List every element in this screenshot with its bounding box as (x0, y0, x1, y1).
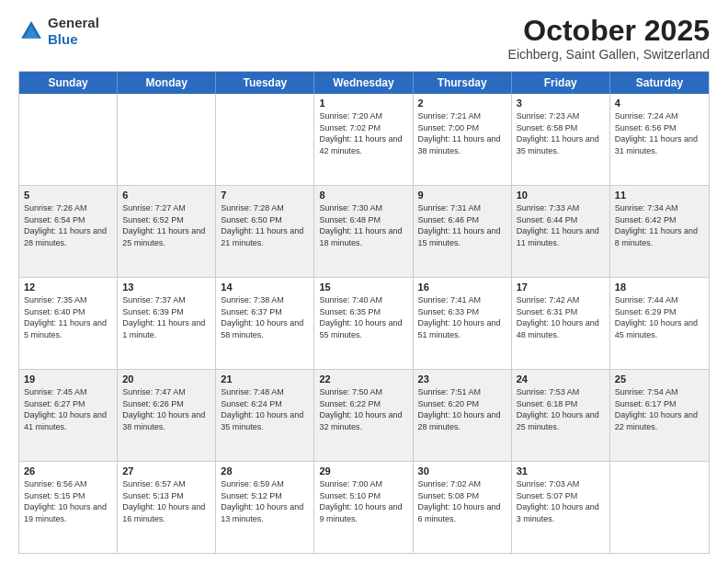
week-row-1: 1Sunrise: 7:20 AM Sunset: 7:02 PM Daylig… (19, 94, 709, 185)
day-cell-6: 6Sunrise: 7:27 AM Sunset: 6:52 PM Daylig… (118, 186, 216, 277)
location-title: Eichberg, Saint Gallen, Switzerland (508, 47, 710, 62)
day-cell-16: 16Sunrise: 7:41 AM Sunset: 6:33 PM Dayli… (414, 278, 512, 369)
title-block: October 2025 Eichberg, Saint Gallen, Swi… (508, 15, 710, 62)
day-cell-empty-0-2 (216, 94, 314, 185)
day-number: 27 (122, 465, 210, 477)
day-cell-26: 26Sunrise: 6:56 AM Sunset: 5:15 PM Dayli… (19, 462, 118, 553)
day-info: Sunrise: 7:28 AM Sunset: 6:50 PM Dayligh… (221, 202, 309, 248)
day-number: 2 (418, 98, 506, 109)
page: General Blue October 2025 Eichberg, Sain… (0, 0, 728, 563)
day-cell-31: 31Sunrise: 7:03 AM Sunset: 5:07 PM Dayli… (512, 462, 610, 553)
logo: General Blue (18, 15, 99, 48)
day-info: Sunrise: 7:40 AM Sunset: 6:35 PM Dayligh… (319, 294, 407, 340)
day-number: 29 (319, 465, 407, 477)
day-cell-9: 9Sunrise: 7:31 AM Sunset: 6:46 PM Daylig… (414, 186, 512, 277)
day-info: Sunrise: 7:30 AM Sunset: 6:48 PM Dayligh… (319, 202, 407, 248)
day-number: 28 (221, 465, 309, 477)
day-info: Sunrise: 7:38 AM Sunset: 6:37 PM Dayligh… (221, 294, 309, 340)
day-info: Sunrise: 7:23 AM Sunset: 6:58 PM Dayligh… (517, 110, 605, 156)
day-info: Sunrise: 7:54 AM Sunset: 6:17 PM Dayligh… (615, 386, 704, 432)
day-number: 21 (221, 373, 309, 385)
day-cell-25: 25Sunrise: 7:54 AM Sunset: 6:17 PM Dayli… (610, 370, 709, 461)
logo-text: General Blue (48, 15, 99, 48)
day-info: Sunrise: 6:57 AM Sunset: 5:13 PM Dayligh… (122, 478, 210, 524)
day-number: 15 (319, 282, 407, 293)
week-row-3: 12Sunrise: 7:35 AM Sunset: 6:40 PM Dayli… (19, 277, 709, 369)
day-number: 17 (517, 282, 605, 293)
logo-general: General (48, 15, 99, 30)
day-info: Sunrise: 7:44 AM Sunset: 6:29 PM Dayligh… (615, 294, 704, 340)
week-row-4: 19Sunrise: 7:45 AM Sunset: 6:27 PM Dayli… (19, 369, 709, 461)
day-cell-29: 29Sunrise: 7:00 AM Sunset: 5:10 PM Dayli… (314, 462, 413, 553)
day-number: 14 (221, 282, 309, 293)
calendar-body: 1Sunrise: 7:20 AM Sunset: 7:02 PM Daylig… (19, 94, 709, 553)
day-number: 18 (615, 282, 704, 293)
day-cell-22: 22Sunrise: 7:50 AM Sunset: 6:22 PM Dayli… (314, 370, 413, 461)
day-number: 13 (122, 282, 210, 293)
day-info: Sunrise: 7:26 AM Sunset: 6:54 PM Dayligh… (24, 202, 112, 248)
header: General Blue October 2025 Eichberg, Sain… (18, 15, 710, 62)
day-info: Sunrise: 7:02 AM Sunset: 5:08 PM Dayligh… (418, 478, 506, 524)
day-number: 1 (319, 98, 407, 109)
day-cell-11: 11Sunrise: 7:34 AM Sunset: 6:42 PM Dayli… (610, 186, 709, 277)
day-header-thursday: Thursday (414, 72, 512, 94)
day-info: Sunrise: 7:20 AM Sunset: 7:02 PM Dayligh… (319, 110, 407, 156)
day-number: 24 (517, 373, 605, 385)
week-row-5: 26Sunrise: 6:56 AM Sunset: 5:15 PM Dayli… (19, 461, 709, 553)
day-cell-28: 28Sunrise: 6:59 AM Sunset: 5:12 PM Dayli… (216, 462, 314, 553)
day-info: Sunrise: 6:59 AM Sunset: 5:12 PM Dayligh… (221, 478, 309, 524)
day-cell-empty-4-6 (610, 462, 709, 553)
day-cell-14: 14Sunrise: 7:38 AM Sunset: 6:37 PM Dayli… (216, 278, 314, 369)
day-info: Sunrise: 7:35 AM Sunset: 6:40 PM Dayligh… (24, 294, 112, 340)
day-cell-3: 3Sunrise: 7:23 AM Sunset: 6:58 PM Daylig… (512, 94, 610, 185)
day-cell-empty-0-1 (118, 94, 216, 185)
day-info: Sunrise: 7:27 AM Sunset: 6:52 PM Dayligh… (122, 202, 210, 248)
day-info: Sunrise: 7:33 AM Sunset: 6:44 PM Dayligh… (517, 202, 605, 248)
day-cell-5: 5Sunrise: 7:26 AM Sunset: 6:54 PM Daylig… (19, 186, 118, 277)
day-info: Sunrise: 7:51 AM Sunset: 6:20 PM Dayligh… (418, 386, 506, 432)
week-row-2: 5Sunrise: 7:26 AM Sunset: 6:54 PM Daylig… (19, 185, 709, 277)
day-number: 26 (24, 465, 112, 477)
day-header-monday: Monday (118, 72, 216, 94)
day-info: Sunrise: 7:45 AM Sunset: 6:27 PM Dayligh… (24, 386, 112, 432)
day-info: Sunrise: 7:21 AM Sunset: 7:00 PM Dayligh… (418, 110, 506, 156)
day-number: 30 (418, 465, 506, 477)
day-cell-27: 27Sunrise: 6:57 AM Sunset: 5:13 PM Dayli… (118, 462, 216, 553)
day-info: Sunrise: 7:03 AM Sunset: 5:07 PM Dayligh… (517, 478, 605, 524)
day-header-tuesday: Tuesday (216, 72, 314, 94)
day-info: Sunrise: 7:48 AM Sunset: 6:24 PM Dayligh… (221, 386, 309, 432)
day-cell-23: 23Sunrise: 7:51 AM Sunset: 6:20 PM Dayli… (414, 370, 512, 461)
day-number: 10 (517, 190, 605, 201)
day-cell-empty-0-0 (19, 94, 118, 185)
logo-icon (18, 18, 44, 44)
day-cell-19: 19Sunrise: 7:45 AM Sunset: 6:27 PM Dayli… (19, 370, 118, 461)
day-cell-20: 20Sunrise: 7:47 AM Sunset: 6:26 PM Dayli… (118, 370, 216, 461)
day-cell-10: 10Sunrise: 7:33 AM Sunset: 6:44 PM Dayli… (512, 186, 610, 277)
day-number: 16 (418, 282, 506, 293)
day-info: Sunrise: 7:53 AM Sunset: 6:18 PM Dayligh… (517, 386, 605, 432)
day-number: 20 (122, 373, 210, 385)
day-number: 22 (319, 373, 407, 385)
day-cell-4: 4Sunrise: 7:24 AM Sunset: 6:56 PM Daylig… (610, 94, 709, 185)
day-info: Sunrise: 7:00 AM Sunset: 5:10 PM Dayligh… (319, 478, 407, 524)
day-cell-21: 21Sunrise: 7:48 AM Sunset: 6:24 PM Dayli… (216, 370, 314, 461)
day-cell-12: 12Sunrise: 7:35 AM Sunset: 6:40 PM Dayli… (19, 278, 118, 369)
day-number: 25 (615, 373, 704, 385)
day-number: 3 (517, 98, 605, 109)
day-info: Sunrise: 7:47 AM Sunset: 6:26 PM Dayligh… (122, 386, 210, 432)
day-cell-24: 24Sunrise: 7:53 AM Sunset: 6:18 PM Dayli… (512, 370, 610, 461)
day-info: Sunrise: 7:41 AM Sunset: 6:33 PM Dayligh… (418, 294, 506, 340)
day-cell-13: 13Sunrise: 7:37 AM Sunset: 6:39 PM Dayli… (118, 278, 216, 369)
day-cell-18: 18Sunrise: 7:44 AM Sunset: 6:29 PM Dayli… (610, 278, 709, 369)
day-number: 19 (24, 373, 112, 385)
logo-blue: Blue (48, 31, 78, 47)
day-cell-8: 8Sunrise: 7:30 AM Sunset: 6:48 PM Daylig… (314, 186, 413, 277)
day-number: 6 (122, 190, 210, 201)
day-info: Sunrise: 7:42 AM Sunset: 6:31 PM Dayligh… (517, 294, 605, 340)
day-header-saturday: Saturday (610, 72, 709, 94)
day-header-friday: Friday (512, 72, 610, 94)
day-number: 12 (24, 282, 112, 293)
day-cell-2: 2Sunrise: 7:21 AM Sunset: 7:00 PM Daylig… (414, 94, 512, 185)
day-number: 11 (615, 190, 704, 201)
day-cell-15: 15Sunrise: 7:40 AM Sunset: 6:35 PM Dayli… (314, 278, 413, 369)
